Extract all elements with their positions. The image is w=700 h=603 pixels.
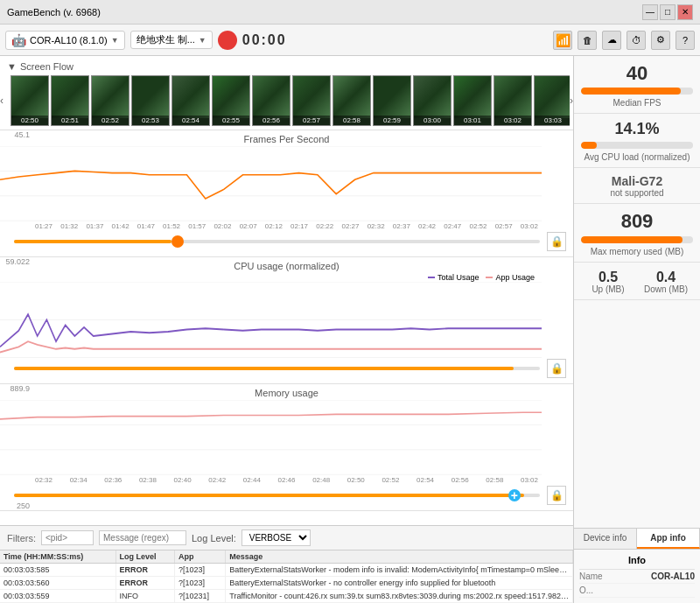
- wifi-icon: 📶: [553, 31, 572, 50]
- charts-area: Frames Per Second 45.1 30 15: [0, 130, 573, 525]
- cpu-lock-button[interactable]: 🔒: [547, 359, 566, 378]
- timer-display: 00:00: [242, 32, 287, 48]
- right-tabs: Device info App info: [574, 529, 700, 550]
- log-message: TrafficMonitor - count:426.rx sum:39.tx …: [226, 590, 573, 603]
- avg-cpu-bar-bg: [581, 142, 693, 149]
- avg-cpu-stat: 14.1% Avg CPU load (normalized): [574, 114, 700, 168]
- gpu-stat: Mali-G72 not supported: [574, 168, 700, 204]
- col-message: Message: [226, 550, 573, 564]
- titlebar: GameBench (v. 6968) — □ ✕: [0, 0, 700, 25]
- device-selector[interactable]: 🤖 COR-AL10 (8.1.0) ▼: [5, 31, 125, 50]
- device-name: COR-AL10 (8.1.0): [30, 35, 108, 46]
- maximize-button[interactable]: □: [660, 4, 676, 20]
- app-selector[interactable]: 绝地求生 制... ▼: [130, 31, 213, 49]
- total-usage-dot: [428, 277, 435, 278]
- down-label: Down (MB): [639, 284, 693, 294]
- legend-app-usage: App Usage: [486, 273, 535, 282]
- thumbnail-13[interactable]: 03:03: [534, 75, 570, 126]
- median-fps-bar-bg: [581, 88, 693, 95]
- svg-rect-0: [0, 146, 542, 222]
- thumbnail-7[interactable]: 02:57: [292, 75, 331, 126]
- log-message: BatteryExternalStatsWorker - modem info …: [226, 564, 573, 577]
- info-key-name: Name: [579, 571, 603, 581]
- chevron-down-icon: ▼: [199, 36, 206, 45]
- median-fps-label: Median FPS: [581, 98, 693, 108]
- max-memory-label: Max memory used (MB): [581, 247, 693, 256]
- fps-slider-thumb[interactable]: [172, 235, 184, 248]
- thumbnail-5[interactable]: 02:55: [212, 75, 250, 126]
- right-panel: 40 Median FPS 14.1% Avg CPU load (normal…: [573, 56, 700, 603]
- info-key-os: O...: [579, 585, 593, 595]
- log-table-body: 00:03:03:585 ERROR ?[1023] BatteryExtern…: [0, 564, 573, 603]
- screen-flow-header[interactable]: ▼ Screen Flow: [0, 60, 573, 75]
- max-memory-value: 809: [581, 211, 693, 232]
- log-app: ?[1023]: [174, 577, 225, 590]
- toolbar-icons: 📶 🗑 ☁ ⏱ ⚙ ?: [553, 31, 695, 50]
- thumbnail-0[interactable]: 02:50: [10, 75, 49, 126]
- settings-icon[interactable]: ⏱: [626, 31, 646, 50]
- avg-cpu-bar: [581, 142, 597, 149]
- log-table-header: Time (HH:MM:SS:ms) Log Level App Message: [0, 550, 573, 564]
- thumbnail-8[interactable]: 02:58: [332, 75, 371, 126]
- app-usage-dot: [486, 277, 493, 278]
- fps-x-labels: 01:27 01:32 01:37 01:42 01:47 01:52 01:5…: [35, 222, 538, 230]
- toolbar: 🤖 COR-AL10 (8.1.0) ▼ 绝地求生 制... ▼ 00:00 📶…: [0, 25, 700, 56]
- log-app: ?[10231]: [174, 590, 225, 603]
- network-stat: 0.5 Up (MB) 0.4 Down (MB): [574, 263, 700, 301]
- memory-lock-button[interactable]: 🔒: [547, 486, 566, 505]
- record-button[interactable]: [218, 31, 237, 50]
- tab-device-info[interactable]: Device info: [574, 529, 637, 549]
- thumbnail-3[interactable]: 02:53: [131, 75, 170, 126]
- cpu-slider-controls: 🔒: [0, 357, 573, 380]
- log-table: Time (HH:MM:SS:ms) Log Level App Message…: [0, 550, 573, 603]
- up-stat: 0.5 Up (MB): [581, 270, 635, 295]
- filters-bar: Filters: Log Level: VERBOSE DEBUG INFO W…: [0, 526, 573, 550]
- cpu-legend: Total Usage App Usage: [0, 273, 542, 282]
- memory-slider-thumb[interactable]: +: [508, 489, 521, 501]
- max-memory-bar-bg: [581, 236, 693, 243]
- log-level: INFO: [116, 590, 174, 603]
- log-message: BatteryExternalStatsWorker - no controll…: [226, 577, 573, 590]
- fps-chart-title: Frames Per Second: [0, 134, 573, 144]
- help-icon[interactable]: ?: [676, 31, 695, 50]
- thumbnail-9[interactable]: 02:59: [373, 75, 411, 126]
- right-bottom: Device info App info Info Name COR-AL10 …: [574, 528, 700, 603]
- tab-app-info[interactable]: App info: [637, 529, 700, 549]
- thumbnail-6[interactable]: 02:56: [252, 75, 290, 126]
- message-filter-input[interactable]: [99, 530, 186, 545]
- minimize-button[interactable]: —: [642, 4, 658, 20]
- thumbnail-10[interactable]: 03:00: [413, 75, 452, 126]
- close-button[interactable]: ✕: [677, 4, 693, 20]
- memory-x-labels: 02:32 02:34 02:36 02:38 02:40 02:42 02:4…: [35, 476, 538, 484]
- cloud-icon[interactable]: ☁: [602, 31, 621, 50]
- pid-filter-input[interactable]: [41, 530, 94, 545]
- info-row-os: O...: [579, 584, 695, 598]
- col-time: Time (HH:MM:SS:ms): [0, 550, 116, 564]
- memory-timeline-slider[interactable]: +: [14, 494, 540, 497]
- fps-timeline-slider[interactable]: [14, 240, 540, 243]
- delete-icon[interactable]: 🗑: [578, 31, 597, 50]
- left-panel: ▼ Screen Flow ‹ 02:5002:5102:5202:5302:5…: [0, 56, 573, 603]
- log-app: ?[1023]: [174, 564, 225, 577]
- legend-total-usage: Total Usage: [428, 273, 480, 282]
- thumbnail-11[interactable]: 03:01: [453, 75, 492, 126]
- cpu-chart-title: CPU usage (normalized): [0, 261, 573, 271]
- log-area: Filters: Log Level: VERBOSE DEBUG INFO W…: [0, 525, 573, 603]
- cpu-timeline-slider[interactable]: [14, 367, 540, 370]
- memory-chart-title: Memory usage: [0, 388, 573, 398]
- thumbnail-2[interactable]: 02:52: [91, 75, 130, 126]
- main-layout: ▼ Screen Flow ‹ 02:5002:5102:5202:5302:5…: [0, 56, 700, 603]
- thumbnail-4[interactable]: 02:54: [172, 75, 210, 126]
- info-header: Info: [579, 555, 695, 570]
- app-title: GameBench (v. 6968): [7, 7, 101, 18]
- gear-icon[interactable]: ⚙: [651, 31, 670, 50]
- log-level-select[interactable]: VERBOSE DEBUG INFO WARN ERROR: [242, 529, 311, 546]
- median-fps-value: 40: [581, 63, 693, 84]
- up-label: Up (MB): [581, 284, 635, 294]
- thumbnail-1[interactable]: 02:51: [51, 75, 89, 126]
- up-value: 0.5: [581, 270, 635, 285]
- device-info-content: Info Name COR-AL10 O...: [574, 550, 700, 603]
- screen-flow-label: Screen Flow: [20, 61, 74, 72]
- thumbnail-12[interactable]: 03:02: [494, 75, 532, 126]
- fps-lock-button[interactable]: 🔒: [547, 232, 566, 251]
